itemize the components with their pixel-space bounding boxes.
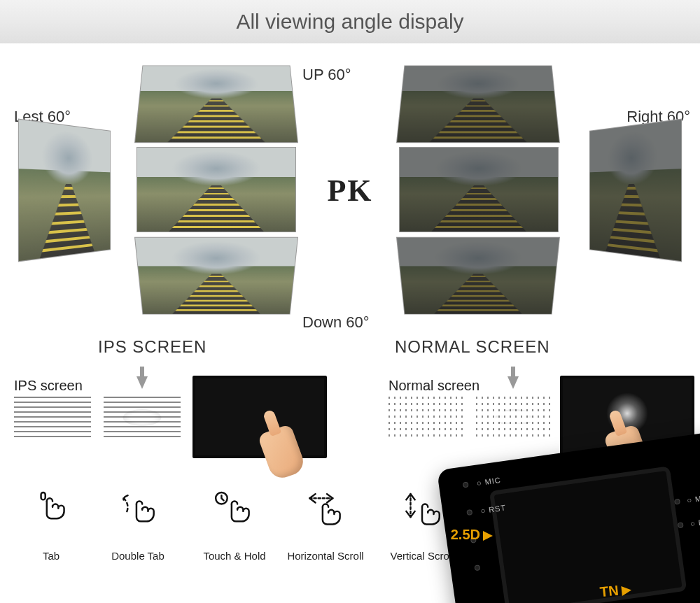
double-tap-gesture-icon — [115, 491, 161, 537]
label-down: Down 60° — [302, 313, 370, 332]
normal-angle-right-image — [589, 119, 682, 262]
gesture-tab: Tab — [13, 491, 90, 562]
ips-angle-up-image — [134, 65, 298, 143]
svg-rect-0 — [41, 492, 46, 499]
arrow-down-icon — [136, 376, 148, 389]
arrow-down-icon — [507, 376, 519, 389]
gesture-double-tab: Double Tab — [99, 491, 176, 562]
badge-2-5d: 2.5D — [451, 527, 493, 543]
normal-angle-center-image — [399, 147, 559, 232]
ips-layer-flat-diagram — [14, 397, 91, 439]
normal-layer-flat-diagram — [388, 397, 465, 439]
page-title: All viewing angle dispaly — [0, 0, 700, 43]
normal-layer-press-diagram — [476, 397, 553, 439]
ips-screen-sub: IPS screen — [14, 378, 83, 394]
viewing-angle-comparison: UP 60° Down 60° Lest 60° Right 60° PK — [0, 43, 700, 337]
normal-screen-sub: Normal screen — [388, 378, 479, 394]
gesture-label: Horizontal Scroll — [287, 550, 364, 562]
ips-angle-center-image — [136, 147, 296, 232]
ips-layer-press-diagram — [104, 397, 181, 439]
horizontal-scroll-gesture-icon — [302, 491, 349, 537]
vertical-scroll-gesture-icon — [399, 491, 445, 537]
gesture-label: Double Tab — [99, 550, 176, 562]
ips-angle-down-image — [134, 237, 298, 315]
tap-gesture-icon — [28, 491, 74, 537]
label-up: UP 60° — [302, 66, 351, 84]
gesture-label: Touch & Hold — [196, 550, 273, 562]
gesture-touch-hold: Touch & Hold — [196, 491, 273, 562]
normal-angle-down-image — [396, 237, 560, 315]
ips-angle-left-image — [18, 119, 111, 262]
normal-angle-up-image — [396, 65, 560, 143]
touch-hold-gesture-icon — [211, 491, 258, 537]
normal-screen-title: NORMAL SCREEN — [395, 337, 550, 357]
gesture-horizontal-scroll: Horizontal Scroll — [287, 491, 364, 562]
pk-text: PK — [327, 173, 372, 208]
gesture-label: Tab — [13, 550, 90, 562]
badge-tn: TN — [599, 581, 632, 601]
device-screen — [489, 466, 687, 603]
ips-screen-title: IPS SCREEN — [98, 337, 206, 357]
ips-touch-panel-image — [192, 376, 327, 458]
